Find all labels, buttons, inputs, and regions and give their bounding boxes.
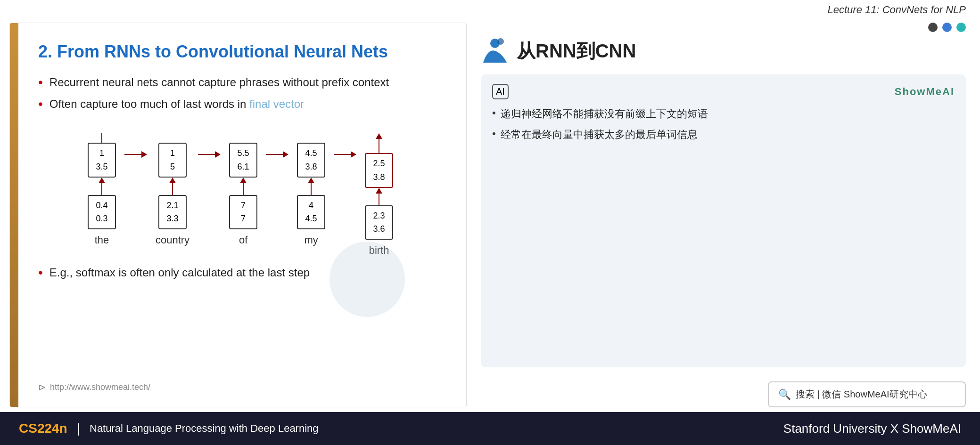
right-panel: 从RNN到CNN AI ShowMeAI 递归神经网络不能捕获没有前缀上下文的短…	[476, 18, 980, 412]
bullet-item-2: Often capture too much of last words in …	[38, 97, 443, 112]
bullet-2-text: Often capture too much of last words in …	[49, 97, 304, 111]
rnn-col-of: 5.56.1 77 of	[229, 133, 257, 246]
h-arrow-3	[266, 151, 288, 158]
word-of: of	[239, 234, 247, 246]
hidden-of: 5.56.1	[229, 143, 257, 178]
cursor-icon: ⊳	[38, 381, 46, 393]
final-vector-highlight: final vector	[249, 97, 304, 110]
hidden-country: 15	[158, 143, 187, 178]
lecture-header: Lecture 11: ConvNets for NLP	[0, 0, 980, 18]
footer-left: CS224n | Natural Language Processing wit…	[19, 421, 319, 436]
embed-the: 0.40.3	[88, 195, 116, 230]
slide-title: 2. From RNNs to Convolutional Neural Net…	[38, 42, 443, 62]
arrow-up-the-top	[101, 133, 102, 143]
footer: CS224n | Natural Language Processing wit…	[0, 412, 980, 445]
embed-my: 44.5	[297, 195, 325, 230]
dot-3	[956, 23, 966, 32]
footer-right: Stanford University X ShowMeAI	[783, 421, 961, 436]
rnn-col-my: 4.53.8 44.5 my	[297, 133, 325, 246]
search-icon: 🔍	[778, 388, 791, 401]
hidden-the: 13.5	[88, 143, 116, 178]
arrow-my-up	[308, 178, 314, 195]
word-the: the	[95, 234, 109, 246]
chinese-bullet-2: 经常在最终向量中捕获太多的最后单词信息	[492, 128, 955, 142]
hidden-birth: 2.53.8	[365, 153, 393, 188]
bullet-item-1: Recurrent neural nets cannot capture phr…	[38, 76, 443, 90]
search-input-box[interactable]: 🔍 搜索 | 微信 ShowMeAI研究中心	[768, 381, 966, 407]
showmeai-brand: ShowMeAI	[895, 86, 955, 98]
top-dots	[481, 23, 966, 32]
main-content: 2. From RNNs to Convolutional Neural Net…	[0, 18, 980, 412]
footer-course-title: Natural Language Processing with Deep Le…	[90, 422, 319, 435]
arrow-birth-up	[376, 188, 382, 205]
chinese-title: 从RNN到CNN	[517, 38, 636, 64]
arrow-country-up	[169, 178, 176, 195]
embed-birth: 2.33.6	[365, 205, 393, 240]
footer-divider: |	[77, 421, 80, 436]
h-arrow-2	[198, 151, 221, 158]
card-header: AI ShowMeAI	[492, 84, 955, 99]
lecture-title: Lecture 11: ConvNets for NLP	[828, 4, 966, 16]
slide-left-bar	[10, 23, 18, 407]
ai-icon: AI	[492, 84, 509, 99]
bullet-list: Recurrent neural nets cannot capture phr…	[38, 76, 443, 119]
chinese-title-area: 从RNN到CNN	[481, 37, 966, 65]
arrow-of-up	[240, 178, 247, 195]
search-text: 搜索 | 微信 ShowMeAI研究中心	[796, 388, 927, 401]
dot-2	[942, 23, 952, 32]
word-my: my	[304, 234, 318, 246]
bullet-3-text: E.g., softmax is often only calculated a…	[49, 266, 310, 279]
bullet-list-2: E.g., softmax is often only calculated a…	[38, 266, 443, 288]
word-birth: birth	[369, 244, 389, 257]
bullet-item-3: E.g., softmax is often only calculated a…	[38, 266, 443, 280]
svg-point-1	[497, 38, 504, 45]
slide-url: ⊳ http://www.showmeai.tech/	[38, 381, 443, 393]
rnn-col-birth: 2.53.8 2.33.6 birth	[365, 133, 393, 257]
slide-panel: 2. From RNNs to Convolutional Neural Net…	[9, 23, 467, 407]
showmeai-logo	[481, 37, 509, 65]
arrow-the-up	[99, 178, 105, 195]
rnn-diagram: 13.5 0.40.3 the	[38, 133, 443, 257]
rnn-col-the: 13.5 0.40.3 the	[88, 133, 116, 246]
url-text: http://www.showmeai.tech/	[50, 382, 150, 392]
bullet-1-text: Recurrent neural nets cannot capture phr…	[49, 76, 389, 89]
word-country: country	[156, 234, 189, 246]
hidden-my: 4.53.8	[297, 143, 325, 178]
embed-country: 2.13.3	[158, 195, 187, 230]
rnn-col-country: 15 2.13.3 country	[156, 133, 189, 246]
footer-course: CS224n	[19, 421, 67, 436]
search-bar: 🔍 搜索 | 微信 ShowMeAI研究中心	[481, 381, 966, 407]
dot-1	[928, 23, 938, 32]
h-arrow-1	[124, 151, 147, 158]
embed-of: 77	[229, 195, 257, 230]
arrow-birth-top	[376, 133, 382, 153]
showmeai-card: AI ShowMeAI 递归神经网络不能捕获没有前缀上下文的短语 经常在最终向量…	[481, 74, 966, 367]
chinese-bullet-1: 递归神经网络不能捕获没有前缀上下文的短语	[492, 107, 955, 121]
h-arrow-4	[334, 151, 356, 158]
